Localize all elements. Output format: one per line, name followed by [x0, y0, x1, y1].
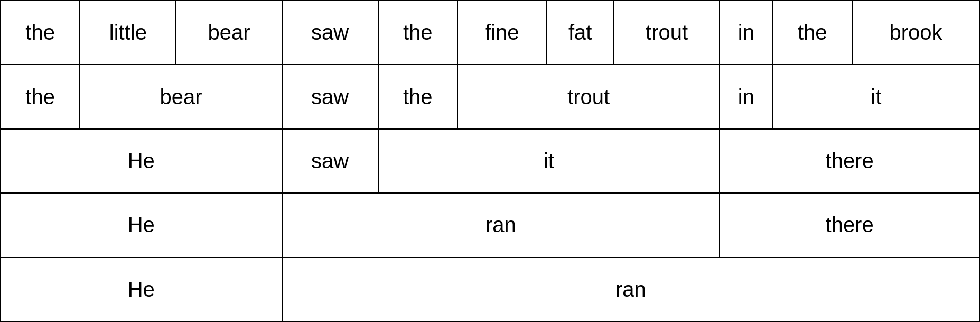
cell-r2-c6: in [720, 65, 772, 128]
cell-r4-c1: He [1, 193, 282, 257]
cell-r1-c1: the [1, 1, 80, 65]
cell-r2-c3: saw [282, 65, 378, 128]
cell-r2-c7: it [773, 65, 979, 128]
cell-r1-c2: little [80, 1, 176, 65]
word-table: the little bear saw the fine fat trout i… [0, 0, 980, 322]
cell-r1-c10: the [773, 1, 852, 65]
cell-r1-c5: the [378, 1, 458, 65]
cell-r3-c3: it [378, 129, 720, 193]
cell-r5-c2: ran [282, 257, 979, 321]
cell-r1-c3: bear [176, 1, 282, 65]
cell-r3-c1: He [1, 129, 282, 193]
cell-r4-c2: ran [282, 193, 720, 257]
table-row: He saw it there [1, 129, 979, 193]
cell-r1-c9: in [720, 1, 772, 65]
cell-r1-c7: fat [546, 1, 614, 65]
main-container: the little bear saw the fine fat trout i… [0, 0, 980, 322]
table-row: He ran there [1, 193, 979, 257]
cell-r1-c11: brook [852, 1, 979, 65]
cell-r5-c1: He [1, 257, 282, 321]
cell-r2-c1: the [1, 65, 80, 128]
cell-r3-c4: there [720, 129, 979, 193]
cell-r1-c6: fine [458, 1, 546, 65]
table-row: the little bear saw the fine fat trout i… [1, 1, 979, 65]
cell-r3-c2: saw [282, 129, 378, 193]
cell-r2-c2: bear [80, 65, 282, 128]
table-row: the bear saw the trout in it [1, 65, 979, 128]
table-row: He ran [1, 257, 979, 321]
cell-r4-c3: there [720, 193, 979, 257]
cell-r1-c4: saw [282, 1, 378, 65]
cell-r2-c5: trout [458, 65, 720, 128]
cell-r1-c8: trout [614, 1, 720, 65]
cell-r2-c4: the [378, 65, 458, 128]
